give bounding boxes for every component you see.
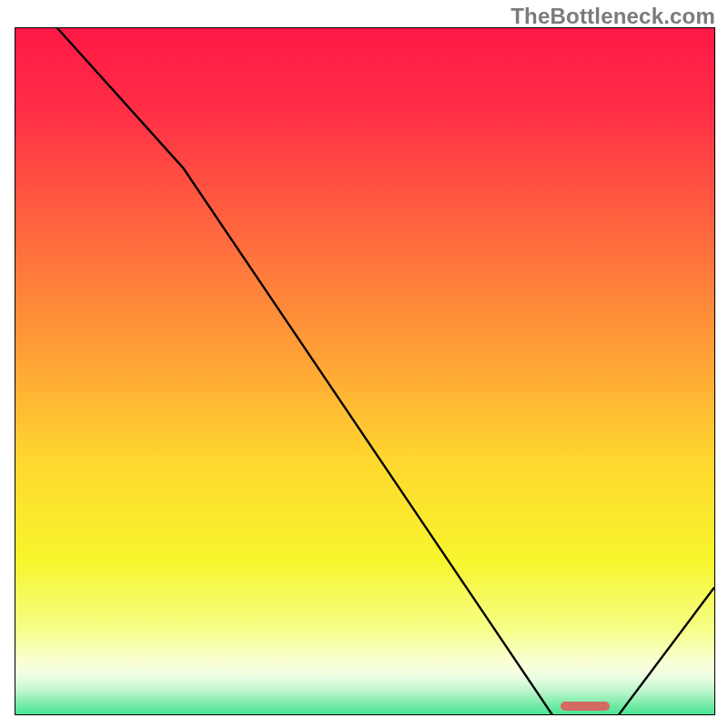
chart-line-path	[15, 28, 714, 715]
chart-area	[15, 27, 715, 715]
chart-line	[15, 28, 714, 715]
watermark-text: TheBottleneck.com	[511, 4, 715, 29]
optimal-zone-marker	[561, 702, 610, 711]
